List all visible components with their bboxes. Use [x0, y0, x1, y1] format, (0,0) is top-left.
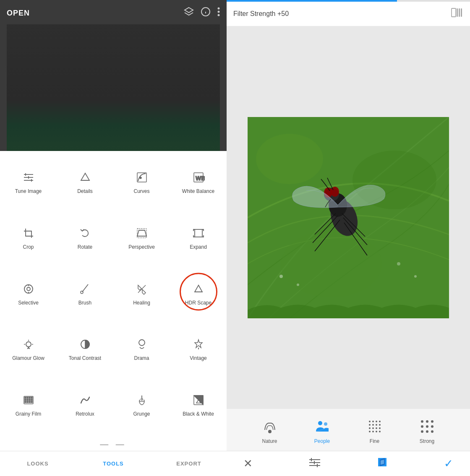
svg-rect-50	[31, 399, 32, 401]
tab-tools[interactable]: TOOLS	[76, 451, 151, 476]
tonal-icon	[79, 338, 91, 353]
grainy-film-label: Grainy Film	[16, 411, 41, 418]
svg-text:WB: WB	[196, 175, 205, 182]
brush-icon	[79, 283, 91, 297]
svg-point-101	[376, 431, 377, 432]
bottom-tabs: LOOKS TOOLS EXPORT	[0, 451, 227, 476]
svg-point-39	[139, 340, 145, 346]
filter-option-strong[interactable]: Strong	[418, 417, 436, 444]
tool-details[interactable]: Details	[57, 154, 113, 210]
perspective-label: Perspective	[128, 244, 155, 251]
curves-label: Curves	[133, 188, 149, 195]
tool-tune-image[interactable]: Tune Image	[0, 154, 57, 210]
svg-rect-48	[27, 399, 28, 401]
open-button[interactable]: OPEN	[7, 9, 30, 18]
tool-glamour-glow[interactable]: Glamour Glow	[0, 321, 57, 377]
looks-button[interactable]	[376, 456, 388, 471]
tool-expand[interactable]: Expand	[170, 210, 227, 266]
svg-point-79	[279, 275, 283, 278]
left-panel: OPEN	[0, 0, 227, 476]
right-panel: Filter Strength +50	[227, 0, 470, 476]
confirm-button[interactable]: ✓	[444, 457, 453, 470]
svg-rect-51	[25, 401, 26, 403]
tool-grainy-film[interactable]: Grainy Film	[0, 377, 57, 433]
filter-option-people[interactable]: People	[313, 417, 332, 444]
tool-retrolux[interactable]: Retrolux	[57, 377, 113, 433]
svg-point-91	[369, 424, 371, 426]
svg-point-110	[426, 430, 428, 433]
tool-white-balance[interactable]: WB White Balance	[170, 154, 227, 210]
tool-grunge[interactable]: Grunge	[113, 377, 170, 433]
curves-icon	[136, 171, 148, 186]
more-icon[interactable]	[217, 7, 220, 19]
tool-hdr-scape[interactable]: HDR Scape	[170, 266, 227, 322]
tool-rotate[interactable]: Rotate	[57, 210, 113, 266]
selective-label: Selective	[18, 300, 39, 307]
glamour-icon	[22, 338, 35, 353]
compare-icon[interactable]	[451, 8, 463, 20]
svg-point-33	[26, 342, 31, 347]
adjust-button[interactable]	[308, 457, 321, 471]
svg-point-94	[379, 424, 381, 426]
layers-icon[interactable]	[184, 7, 194, 19]
tool-selective[interactable]: Selective	[0, 266, 57, 322]
fine-label: Fine	[370, 438, 379, 444]
hdr-icon	[192, 283, 205, 297]
svg-point-97	[376, 427, 377, 429]
svg-point-5	[218, 11, 220, 13]
filter-option-nature[interactable]: Nature	[261, 417, 279, 444]
grunge-label: Grunge	[133, 411, 150, 418]
tool-drama[interactable]: Drama	[113, 321, 170, 377]
svg-point-105	[431, 420, 433, 423]
glamour-glow-label: Glamour Glow	[12, 355, 44, 362]
tab-export[interactable]: EXPORT	[151, 451, 227, 476]
image-preview-area	[7, 24, 220, 151]
svg-rect-47	[25, 399, 26, 401]
tonal-contrast-label: Tonal Contrast	[69, 355, 101, 362]
svg-rect-43	[25, 397, 26, 398]
rotate-icon	[79, 227, 91, 242]
tool-healing[interactable]: Healing	[113, 266, 170, 322]
grainy-icon	[22, 394, 35, 408]
tab-looks[interactable]: LOOKS	[0, 451, 76, 476]
svg-marker-40	[195, 340, 202, 348]
filter-strength-label: Filter Strength +50	[233, 10, 289, 18]
cancel-button[interactable]: ✕	[243, 457, 253, 470]
svg-point-102	[379, 431, 381, 432]
info-icon[interactable]	[201, 7, 211, 19]
svg-line-29	[82, 284, 88, 292]
retrolux-icon	[79, 394, 91, 408]
svg-point-15	[140, 177, 141, 179]
filter-option-fine[interactable]: Fine	[366, 417, 384, 444]
tool-brush[interactable]: Brush	[57, 266, 113, 322]
tool-tonal-contrast[interactable]: Tonal Contrast	[57, 321, 113, 377]
tool-perspective[interactable]: Perspective	[113, 210, 170, 266]
left-header: OPEN	[0, 0, 227, 151]
svg-point-86	[324, 422, 327, 426]
tool-curves[interactable]: Curves	[113, 154, 170, 210]
retrolux-label: Retrolux	[76, 411, 94, 418]
wb-icon: WB	[192, 171, 205, 186]
tool-vintage[interactable]: Vintage	[170, 321, 227, 377]
svg-point-90	[379, 421, 381, 422]
svg-point-30	[81, 291, 83, 294]
svg-rect-45	[29, 397, 30, 398]
vintage-label: Vintage	[190, 355, 206, 362]
black-white-label: Black & White	[183, 411, 214, 418]
filter-bar: Filter Strength +50	[227, 0, 470, 26]
svg-point-92	[372, 424, 374, 426]
more-tools-indicator: — —	[0, 436, 227, 451]
svg-point-111	[431, 430, 433, 433]
tool-crop[interactable]: Crop	[0, 210, 57, 266]
svg-point-100	[372, 431, 374, 432]
svg-point-104	[426, 420, 428, 423]
perspective-icon	[136, 227, 148, 242]
svg-marker-19	[137, 230, 146, 236]
svg-rect-54	[31, 401, 32, 403]
tool-black-white[interactable]: Black & White	[170, 377, 227, 433]
svg-point-89	[376, 421, 377, 422]
svg-point-88	[372, 421, 374, 422]
svg-rect-62	[459, 8, 460, 17]
svg-rect-63	[461, 8, 462, 17]
fine-icon	[366, 417, 384, 436]
